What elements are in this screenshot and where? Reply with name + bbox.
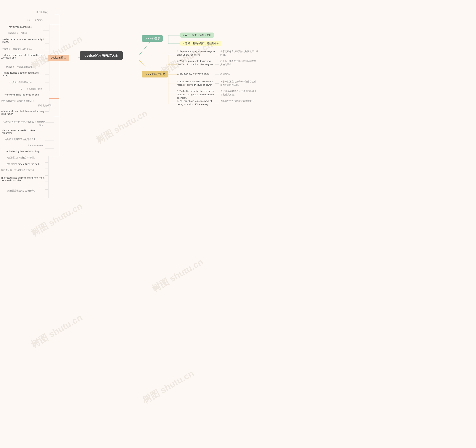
- example-en-5: He devised all his money to his son.: [4, 94, 39, 96]
- category-verb: 用作动词(v.): [36, 11, 48, 14]
- right-cn-5: 为此,科学家还要设计出使用雷达和水下电视的方法。: [220, 90, 258, 96]
- right-cn-2: 白人至上论者想出新的方法以剥夺黑人的公民权。: [220, 59, 258, 66]
- meaning-v-text: v. 设计；发明；策划；想出: [183, 34, 212, 36]
- right-en-5: 5. To do this, scientists have to devise…: [177, 90, 216, 100]
- right-cn-4: 科学家们正在为发明一种能储存这种动力的方法而工作。: [220, 80, 258, 87]
- meaning-n-node: n. 遗赠；遗赠的财产；遗赠的条款: [180, 41, 221, 46]
- right-en-1: 1. Experts are trying to devise ways to …: [177, 50, 216, 56]
- example-label: devise的用法例句: [145, 73, 165, 76]
- example-en-6: When the old man died, he devised nothin…: [1, 110, 45, 115]
- right-example-node: devise的用法例句: [142, 71, 168, 78]
- grammar-s-n: S＋～＋n./pron.: [27, 19, 43, 22]
- example-en-9: Let's devise how to finish the work.: [6, 163, 40, 165]
- right-en-2: 2. White supremacists devise new Methods…: [177, 59, 216, 66]
- watermark-7: 树图 shutu.cn: [140, 367, 196, 406]
- example-cn-5: 他把他的钱全部遗留给了他的儿子。: [1, 99, 37, 103]
- example-en-10: The captain was always devising how to g…: [1, 177, 45, 182]
- meaning-v-node: v. 设计；发明；策划；想出: [180, 33, 214, 38]
- right-cn-3: 筹措很艰。: [220, 72, 232, 75]
- example-cn-4: 他想出一个赚钱的办法。: [9, 81, 34, 84]
- right-en-6: 6. You don't have to devise ways of taki…: [177, 99, 216, 106]
- example-cn-2: 他发明了一种测量光波的仪器。: [2, 47, 33, 50]
- example-cn-10: 船长总是设法找大副的麻烦。: [7, 189, 36, 192]
- example-cn-7: 他的房子遗留给了他的两个女儿。: [5, 138, 38, 141]
- left-main-label: devise的用法: [51, 56, 66, 59]
- grammar-s-tosb: S＋～＋n./pron.+tosb: [20, 87, 42, 90]
- watermark-4: 树图 shutu.cn: [29, 200, 85, 239]
- right-cn-1: 专家们正想方设法清除这片面积巨大的浮油。: [220, 50, 259, 56]
- example-en-7: His house was devised to his two daughte…: [2, 129, 45, 134]
- example-en-3: He devised a scheme, which proved to be …: [1, 54, 45, 59]
- example-en-8: He is devising how to do that thing.: [6, 150, 40, 153]
- watermark-5: 树图 shutu.cn: [150, 256, 205, 295]
- meaning-label: devise的意思: [145, 37, 160, 40]
- right-en-3: 3. It is not easy to devise means.: [177, 72, 210, 75]
- watermark-6: 树图 shutu.cn: [29, 312, 85, 351]
- right-en-4: 4. Scientists are working to devise a me…: [177, 80, 216, 87]
- right-cn-6: 你不必想方设法使注意力摆脱旅行。: [220, 99, 256, 103]
- example-cn-3: 他设计了一个很成功的方案。: [6, 65, 34, 69]
- center-label: devise的用法总结大全: [85, 54, 118, 57]
- right-meaning-node: devise的意思: [142, 35, 163, 42]
- connector-lines: [0, 0, 476, 448]
- example-cn-9: 咱们来计划一下如何完成这项工作。: [1, 169, 37, 172]
- watermark-3: 树图 shutu.cn: [94, 107, 150, 146]
- center-node: devise的用法总结大全: [80, 51, 123, 60]
- left-main-node: devise的用法: [48, 55, 69, 61]
- example-en-4: He has devised a scheme for making money…: [2, 72, 45, 77]
- example-cn-6: 当这个老人死的时候,他什么也没有留给他的家人。: [1, 120, 45, 127]
- grammar-s-wh: S＋～＋wh-to-v: [28, 144, 43, 147]
- example-en-1: They devised a machine.: [7, 26, 32, 28]
- meaning-n-text: n. 遗赠；遗赠的财产；遗赠的条款: [183, 42, 219, 45]
- example-cn-8: 他正计划如何进行那件事情。: [7, 156, 36, 159]
- example-en-2: He devised an instrument to measure ligh…: [2, 38, 46, 43]
- example-cn-1: 他们设计了一台机器。: [7, 32, 30, 35]
- mindmap-container: 树图 shutu.cn 树图 shutu.cn 树图 shutu.cn 树图 s…: [0, 0, 476, 448]
- category-intransitive: 用作及物动词: [38, 104, 51, 107]
